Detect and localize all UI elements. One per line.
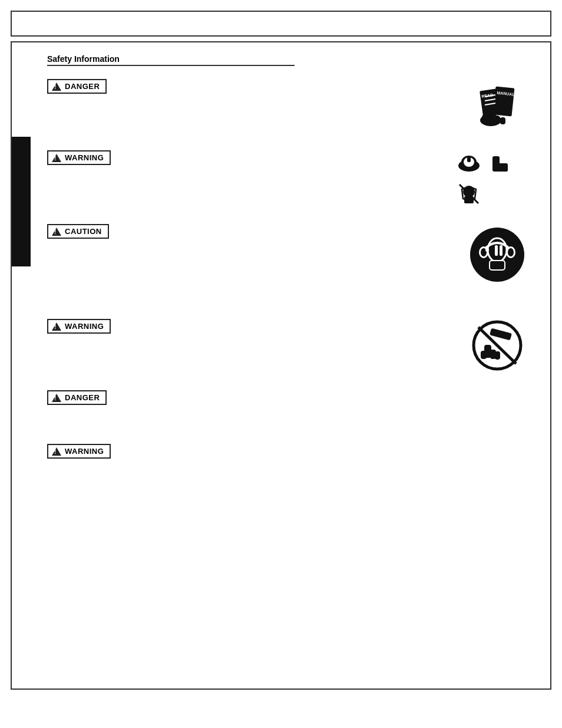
face-shield-icon [456,181,482,207]
caution-badge-1: CAUTION [47,224,109,239]
ppe-icons-row [456,150,514,176]
safety-block-danger-2: DANGER [47,390,538,429]
danger-badge-area-1: DANGER [47,79,147,135]
warning-badge-area-2: WARNING [47,319,147,375]
danger-label-2: DANGER [65,393,100,402]
warning-badge-area-1: WARNING [47,150,147,206]
svg-rect-39 [495,351,500,360]
svg-rect-11 [500,117,505,124]
read-manual-icon-area: READ MANUAL [456,79,538,132]
svg-rect-29 [490,261,505,270]
warning-label-2: WARNING [65,322,104,331]
warning-badge-3: WARNING [47,444,111,459]
hearing-protection-icon [465,224,530,283]
warning-label-3: WARNING [65,447,104,456]
side-black-bar [12,137,31,266]
warning-text-1 [47,171,147,206]
no-contact-icon-area [456,319,538,372]
hearing-protection-icon-area [456,224,538,283]
danger-label-1: DANGER [65,82,100,91]
safety-block-warning-3: WARNING [47,444,538,512]
inner-content: Safety Information DANGER [12,42,550,689]
safety-block-danger-1: DANGER READ [47,79,538,135]
svg-rect-8 [487,107,494,124]
danger-badge-2: DANGER [47,390,107,405]
safety-block-warning-2: WARNING [47,319,538,375]
svg-point-28 [508,248,514,256]
svg-rect-16 [467,156,471,162]
warning-triangle-icon-3 [52,447,61,456]
warning-text-3 [47,465,538,512]
warning-badge-2: WARNING [47,319,111,334]
danger-text-1 [47,100,147,135]
svg-rect-10 [494,116,500,124]
warning-label-1: WARNING [65,153,104,162]
safety-block-caution-1: CAUTION [47,224,538,304]
danger-triangle-icon-2 [52,394,61,402]
danger-triangle-icon-1 [52,83,61,91]
svg-rect-31 [495,245,498,256]
ppe-icon-area [456,150,538,209]
svg-rect-9 [482,114,488,124]
read-manual-icon: READ MANUAL [465,79,530,132]
section-title: Safety Information [47,54,538,66]
caution-text-1 [47,245,147,304]
danger-badge-1: DANGER [47,79,107,94]
warning-text-2 [47,340,147,375]
caution-badge-area-1: CAUTION [47,224,147,304]
svg-rect-32 [500,245,503,256]
caution-label-1: CAUTION [65,227,102,236]
warning-triangle-icon-1 [52,154,61,162]
danger-text-2 [47,411,538,429]
hard-hat-icon [456,150,482,176]
svg-rect-37 [481,351,487,359]
caution-triangle-icon-1 [52,228,61,236]
warning-badge-1: WARNING [47,150,111,165]
safety-boot-icon [488,150,514,176]
svg-rect-19 [498,163,508,172]
warning-triangle-icon-2 [52,322,61,331]
no-contact-icon [468,319,527,372]
top-bar [11,11,551,37]
svg-point-30 [485,248,489,252]
safety-block-warning-1: WARNING [47,150,538,209]
main-content-box: Safety Information DANGER [11,41,551,690]
svg-rect-35 [490,328,512,341]
face-shield-icon-container [456,181,482,209]
